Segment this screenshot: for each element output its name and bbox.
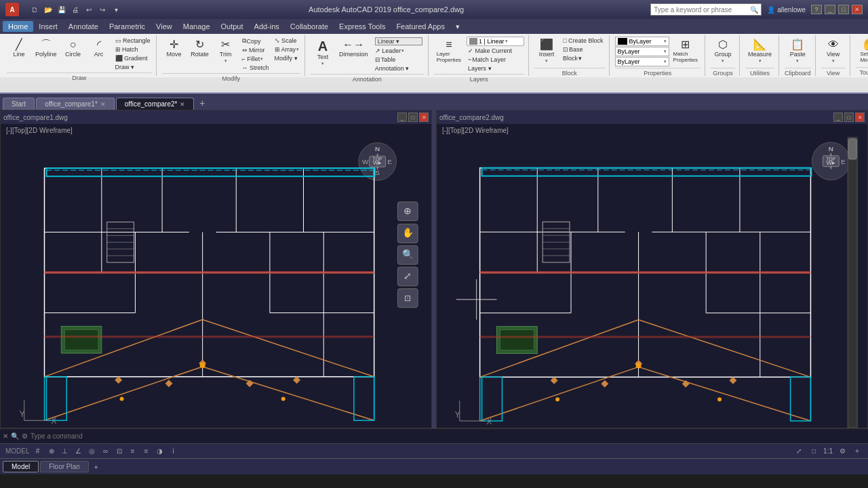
stretch-button[interactable]: ↔ Stretch xyxy=(241,64,271,72)
block-more[interactable]: Block ▾ xyxy=(561,54,604,62)
match-properties-button[interactable]: ⊞ MatchProperties xyxy=(671,37,701,66)
modify-more[interactable]: Modify ▾ xyxy=(273,54,301,62)
bottom-tab-floor-plan[interactable]: Floor Plan xyxy=(40,461,89,472)
arc-button[interactable]: ◜ Arc xyxy=(87,37,111,60)
menu-parametric[interactable]: Parametric xyxy=(104,21,151,32)
measure-button[interactable]: 📐 Measure ▾ xyxy=(745,37,774,66)
bottom-tab-model[interactable]: Model xyxy=(3,461,39,472)
search-input[interactable] xyxy=(654,6,749,14)
tab-close-1[interactable]: ✕ xyxy=(100,101,106,108)
tab-file2[interactable]: office_compare2* ✕ xyxy=(116,98,195,110)
make-current-button[interactable]: ✓ Make Current xyxy=(467,47,524,55)
polyline-button[interactable]: ⌒ Polyline xyxy=(33,37,60,60)
group-button[interactable]: ⬡ Group ▾ xyxy=(711,37,735,66)
ducs-icon[interactable]: ⊡ xyxy=(114,446,125,457)
layers-more[interactable]: Layers ▾ xyxy=(467,64,524,73)
new-button[interactable]: 🗋 xyxy=(28,3,41,16)
rectangle-button[interactable]: ▭ Rectangle xyxy=(114,37,152,45)
plus-icon[interactable]: + xyxy=(852,446,863,457)
left-maximize-btn[interactable]: □ xyxy=(408,113,418,122)
leader-button[interactable]: ↗ Leader ▾ xyxy=(374,47,424,55)
grid-icon[interactable]: # xyxy=(33,446,43,457)
maximize-button[interactable]: □ xyxy=(838,5,849,14)
left-close-btn[interactable]: ✕ xyxy=(419,113,429,122)
minimize-button[interactable]: _ xyxy=(825,5,835,14)
draw-more[interactable]: Draw ▾ xyxy=(114,63,152,71)
tab-start[interactable]: Start xyxy=(3,98,35,110)
otrack-icon[interactable]: ∞ xyxy=(100,446,111,457)
menu-insert[interactable]: Insert xyxy=(33,21,63,32)
circle-button[interactable]: ○ Circle xyxy=(61,37,85,60)
tab-close-2[interactable]: ✕ xyxy=(180,101,185,108)
command-settings-icon[interactable]: ⚙ xyxy=(22,432,28,440)
quickprop-icon[interactable]: i xyxy=(168,446,179,457)
match-layer-button[interactable]: ~ Match Layer xyxy=(467,56,524,64)
zoom-icon[interactable]: ⤢ xyxy=(793,446,804,457)
move-button[interactable]: ✛ Move xyxy=(162,37,186,60)
new-tab-button[interactable]: + xyxy=(195,96,209,110)
menu-addins[interactable]: Add-ins xyxy=(249,21,285,32)
command-search-icon[interactable]: 🔍 xyxy=(11,432,19,440)
menu-featured[interactable]: Featured Apps xyxy=(391,21,450,32)
user-account[interactable]: 👤 allenlowe xyxy=(767,6,806,14)
redo-button[interactable]: ↪ xyxy=(96,3,108,16)
left-minimize-btn[interactable]: _ xyxy=(397,113,407,122)
linetype-selector[interactable]: ByLayer ▾ xyxy=(615,47,669,56)
menu-output[interactable]: Output xyxy=(216,21,249,32)
insert-button[interactable]: ⬛ Insert ▾ xyxy=(534,37,559,66)
menu-collaborate[interactable]: Collaborate xyxy=(285,21,334,32)
command-x-button[interactable]: ✕ xyxy=(3,432,8,440)
fillet-button[interactable]: ⌐ Fillet ▾ xyxy=(241,55,271,63)
layer-selector[interactable]: 1 | Linear ▾ xyxy=(467,37,524,46)
trim-button[interactable]: ✂ Trim ▾ xyxy=(214,37,238,66)
plot-button[interactable]: 🖨 xyxy=(69,3,81,16)
right-restore-btn[interactable]: □ xyxy=(844,113,854,122)
scale-label[interactable]: 1:1 xyxy=(823,447,833,455)
mirror-button[interactable]: ⇔ Mirror xyxy=(241,46,271,54)
view-button[interactable]: 👁 View ▾ xyxy=(821,37,846,66)
transparency-icon[interactable]: ◑ xyxy=(155,446,165,457)
osnap-icon[interactable]: ◎ xyxy=(87,446,98,457)
rotate-button[interactable]: ↻ Rotate xyxy=(188,37,212,60)
ortho-icon[interactable]: ⊥ xyxy=(60,446,71,457)
paste-button[interactable]: 📋 Paste ▾ xyxy=(785,37,810,66)
right-canvas[interactable]: N E W▸ TOP xyxy=(437,124,867,428)
create-block-button[interactable]: □ Create Block xyxy=(561,37,604,45)
gradient-button[interactable]: ⬛ Gradient xyxy=(114,54,152,62)
lineweight-icon[interactable]: ≡ xyxy=(141,446,152,457)
tab-file1[interactable]: office_compare1* ✕ xyxy=(36,98,115,110)
menu-manage[interactable]: Manage xyxy=(178,21,216,32)
menu-annotate[interactable]: Annotate xyxy=(63,21,104,32)
dimension-button[interactable]: ←→ Dimension xyxy=(336,37,371,60)
add-layout-button[interactable]: + xyxy=(90,461,102,473)
menu-home[interactable]: Home xyxy=(3,21,33,32)
dyn-icon[interactable]: ≡ xyxy=(127,446,138,457)
right-minimize-btn[interactable]: _ xyxy=(833,113,843,122)
app-icon[interactable]: A xyxy=(5,3,19,16)
scale-button[interactable]: ⤡ Scale xyxy=(273,37,301,45)
save-button[interactable]: 💾 xyxy=(56,3,68,16)
snap-icon[interactable]: ⊕ xyxy=(46,446,57,457)
text-button[interactable]: A Text ▾ xyxy=(311,37,335,69)
hatch-button[interactable]: ⊞ Hatch xyxy=(114,45,152,54)
menu-view[interactable]: View xyxy=(151,21,178,32)
table-button[interactable]: ⊟ Table xyxy=(374,56,424,64)
select-mode-button[interactable]: ✋ SelectMode xyxy=(856,37,868,66)
array-button[interactable]: ⊞ Array ▾ xyxy=(273,45,301,54)
help-button[interactable]: ? xyxy=(811,5,822,14)
menu-more[interactable]: ▾ xyxy=(450,21,465,33)
layer-properties-button[interactable]: ≡ LayerProperties xyxy=(434,37,464,66)
line-button[interactable]: ╱ Line xyxy=(7,37,31,60)
workspace-dropdown[interactable]: ▾ xyxy=(110,3,122,16)
lineweight-selector[interactable]: ByLayer ▾ xyxy=(615,57,669,66)
close-button[interactable]: ✕ xyxy=(852,5,863,14)
copy-button[interactable]: ⧉ Copy xyxy=(241,37,271,45)
base-button[interactable]: ⊡ Base xyxy=(561,45,604,54)
annotation-more[interactable]: Annotation ▾ xyxy=(374,64,424,73)
left-canvas[interactable]: N E W S W▸ TOP xyxy=(1,124,431,428)
right-close-btn[interactable]: ✕ xyxy=(855,113,865,122)
polar-icon[interactable]: ∠ xyxy=(73,446,84,457)
linear-button[interactable]: Linear ▾ xyxy=(374,37,424,46)
undo-button[interactable]: ↩ xyxy=(83,3,95,16)
viewport-icon[interactable]: □ xyxy=(808,446,819,457)
